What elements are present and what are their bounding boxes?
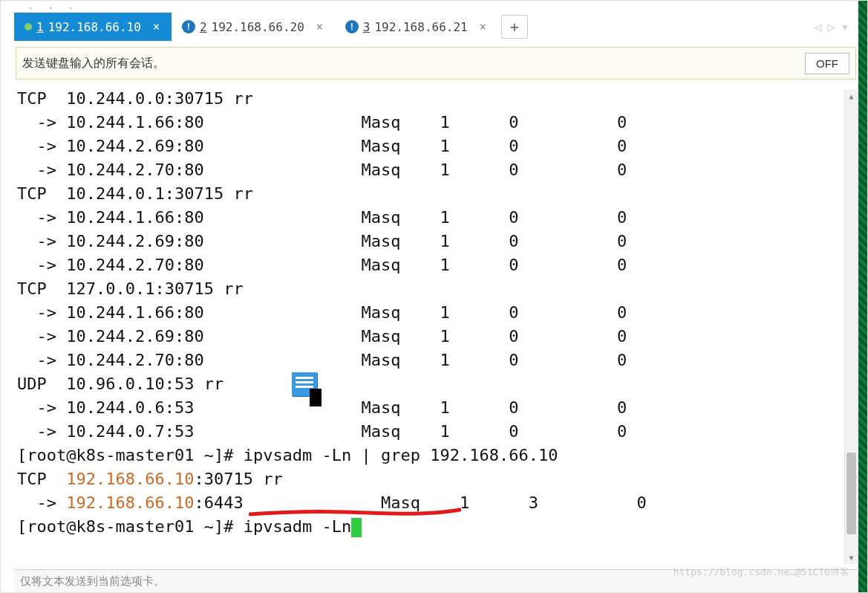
scroll-up-icon[interactable]: ▲ bbox=[845, 90, 858, 103]
term-line: -> 10.244.1.66:80 Masq 1 0 0 bbox=[17, 208, 627, 227]
terminal-content: TCP 10.244.0.0:30715 rr -> 10.244.1.66:8… bbox=[14, 80, 858, 539]
shell-command: ipvsadm -Ln bbox=[244, 517, 352, 536]
term-line: -> 10.244.2.69:80 Masq 1 0 0 bbox=[17, 327, 627, 346]
term-text: -> bbox=[17, 493, 66, 512]
term-line: -> 10.244.2.69:80 Masq 1 0 0 bbox=[17, 232, 627, 250]
vertical-scrollbar[interactable]: ▲ ▼ bbox=[844, 90, 858, 564]
tab-session-3[interactable]: ! 3 192.168.66.21 × bbox=[335, 13, 498, 41]
term-line: -> 10.244.0.6:53 Masq 1 0 0 bbox=[17, 398, 627, 417]
tab-prefix: 1 bbox=[36, 20, 44, 34]
term-line: -> 10.244.1.66:80 Masq 1 0 0 bbox=[17, 113, 627, 132]
shell-prompt: [root@k8s-master01 ~]# bbox=[17, 517, 244, 536]
pointer-cursor-icon bbox=[310, 389, 322, 406]
term-line: -> 10.244.0.7:53 Masq 1 0 0 bbox=[17, 422, 627, 441]
term-line: -> 10.244.2.70:80 Masq 1 0 0 bbox=[17, 256, 627, 274]
tab-session-2[interactable]: ! 2 192.168.66.20 × bbox=[172, 13, 335, 41]
red-annotation-underline bbox=[249, 506, 461, 516]
new-tab-button[interactable]: + bbox=[501, 15, 528, 39]
window-body: 1 192.168.66.10 × ! 2 192.168.66.20 × ! … bbox=[1, 1, 867, 539]
window-right-border bbox=[858, 1, 867, 592]
grep-match: 192.168.66.10 bbox=[66, 493, 194, 512]
broadcast-info-strip: 发送键盘输入的所有会话。 OFF bbox=[16, 47, 856, 80]
tab-nav-left-icon[interactable]: ◁ bbox=[814, 19, 821, 34]
scroll-down-icon[interactable]: ▼ bbox=[845, 551, 858, 564]
term-line: -> 10.244.1.66:80 Masq 1 0 0 bbox=[17, 303, 627, 322]
footer-text: 仅将文本发送到当前选项卡。 bbox=[20, 574, 165, 589]
term-text: :30715 rr bbox=[194, 470, 282, 488]
term-line: -> 10.244.2.69:80 Masq 1 0 0 bbox=[17, 137, 627, 155]
term-text: TCP bbox=[17, 470, 66, 488]
tab-nav-dropdown-icon[interactable]: ▾ bbox=[841, 19, 849, 34]
term-line: TCP 127.0.0.1:30715 rr bbox=[17, 279, 244, 298]
tab-nav-right-icon[interactable]: ▷ bbox=[828, 19, 835, 34]
close-icon[interactable]: × bbox=[480, 20, 486, 33]
app-window: · · · 1 192.168.66.10 × ! 2 192.168.66.2… bbox=[0, 0, 868, 593]
plus-icon: + bbox=[510, 18, 519, 36]
term-line: TCP 10.244.0.1:30715 rr bbox=[17, 184, 253, 203]
terminal-viewport[interactable]: TCP 10.244.0.0:30715 rr -> 10.244.1.66:8… bbox=[14, 80, 858, 539]
shell-prompt: [root@k8s-master01 ~]# bbox=[17, 446, 244, 464]
tabbar: 1 192.168.66.10 × ! 2 192.168.66.20 × ! … bbox=[14, 13, 858, 41]
tab-label: 192.168.66.20 bbox=[212, 20, 304, 34]
online-dot-icon bbox=[25, 23, 32, 30]
broadcast-msg: 发送键盘输入的所有会话。 bbox=[22, 56, 805, 71]
tab-session-1[interactable]: 1 192.168.66.10 × bbox=[14, 13, 172, 41]
term-line: -> 10.244.2.70:80 Masq 1 0 0 bbox=[17, 161, 627, 179]
close-icon[interactable]: × bbox=[316, 20, 323, 33]
close-icon[interactable]: × bbox=[153, 20, 160, 33]
grep-match: 192.168.66.10 bbox=[66, 470, 194, 488]
tab-prefix: 3 bbox=[363, 20, 371, 34]
watermark: https://blog.csdn.ne…@51CTO博客 bbox=[673, 566, 849, 579]
scroll-thumb[interactable] bbox=[846, 453, 856, 534]
broadcast-off-button[interactable]: OFF bbox=[805, 53, 849, 74]
tab-label: 192.168.66.10 bbox=[48, 20, 141, 34]
term-line: TCP 10.244.0.0:30715 rr bbox=[17, 89, 253, 108]
tab-label: 192.168.66.21 bbox=[374, 20, 467, 34]
shell-command: ipvsadm -Ln | grep 192.168.66.10 bbox=[244, 446, 558, 464]
terminal-cursor bbox=[351, 518, 362, 537]
info-badge-icon: ! bbox=[182, 20, 195, 33]
tab-nav: ◁ ▷ ▾ bbox=[814, 19, 849, 34]
tab-prefix: 2 bbox=[200, 20, 207, 34]
info-badge-icon: ! bbox=[345, 20, 359, 33]
term-line: UDP 10.96.0.10:53 rr bbox=[17, 375, 223, 393]
term-line: -> 10.244.2.70:80 Masq 1 0 0 bbox=[17, 351, 627, 369]
